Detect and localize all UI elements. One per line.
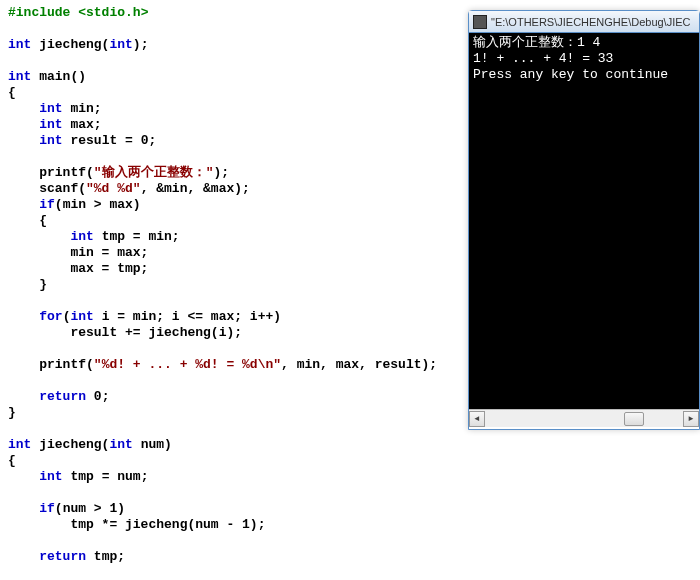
app-icon bbox=[473, 15, 487, 29]
window-title: "E:\OTHERS\JIECHENGHE\Debug\JIEC bbox=[491, 16, 695, 28]
scroll-track[interactable] bbox=[485, 411, 683, 427]
console-line: 输入两个正整数：1 4 bbox=[473, 35, 600, 50]
code-editor[interactable]: #include <stdio.h> int jiecheng(int); in… bbox=[0, 0, 460, 580]
scroll-right-button[interactable]: ► bbox=[683, 411, 699, 427]
horizontal-scrollbar[interactable]: ◄ ► bbox=[469, 409, 699, 427]
console-line: Press any key to continue bbox=[473, 67, 668, 82]
scroll-left-button[interactable]: ◄ bbox=[469, 411, 485, 427]
scroll-thumb[interactable] bbox=[624, 412, 644, 426]
console-output: 输入两个正整数：1 4 1! + ... + 4! = 33 Press any… bbox=[469, 33, 699, 409]
console-window[interactable]: "E:\OTHERS\JIECHENGHE\Debug\JIEC 输入两个正整数… bbox=[468, 10, 700, 430]
preproc-include: #include bbox=[8, 5, 78, 20]
console-line: 1! + ... + 4! = 33 bbox=[473, 51, 613, 66]
titlebar[interactable]: "E:\OTHERS\JIECHENGHE\Debug\JIEC bbox=[469, 11, 699, 33]
